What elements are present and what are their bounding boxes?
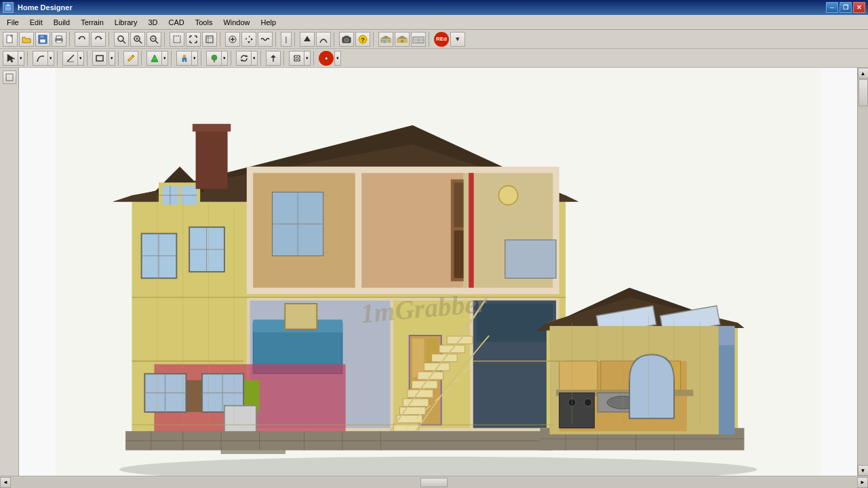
svg-rect-9 [56, 41, 62, 43]
h-scroll-thumb[interactable] [420, 478, 448, 487]
scroll-track[interactable] [858, 79, 869, 465]
separator-5 [275, 32, 278, 47]
restore-button[interactable]: ❐ [840, 2, 852, 13]
menu-build[interactable]: Build [48, 17, 75, 28]
minimize-button[interactable]: ─ [826, 2, 838, 13]
color-tool-button[interactable] [146, 51, 161, 66]
window-controls: ─ ❐ ✕ [826, 2, 865, 13]
menu-edit[interactable]: Edit [24, 17, 48, 28]
camera-button[interactable] [339, 32, 354, 47]
svg-rect-92 [469, 173, 474, 287]
shape-tool-dropdown-arrow[interactable]: ▾ [108, 51, 115, 66]
pencil-tool-button[interactable] [123, 51, 138, 66]
save-button[interactable] [35, 32, 50, 47]
separator-1 [69, 32, 72, 47]
svg-marker-45 [7, 54, 15, 62]
red-dropdown[interactable]: ▾ [450, 32, 465, 47]
repeat-tool-button[interactable] [289, 51, 304, 66]
shape-tool-button[interactable] [92, 51, 107, 66]
person-tool-dropdown-arrow[interactable]: ▾ [191, 51, 198, 66]
color-tool-dropdown-arrow[interactable]: ▾ [161, 51, 168, 66]
curve-tool-dropdown-arrow[interactable]: ▾ [47, 51, 54, 66]
menu-tools[interactable]: Tools [190, 17, 218, 28]
menu-window[interactable]: Window [218, 17, 255, 28]
view-plan-button[interactable] [411, 32, 426, 47]
scroll-thumb[interactable] [859, 79, 868, 106]
help-button[interactable]: ? [355, 32, 370, 47]
redo-button[interactable] [91, 32, 106, 47]
search-button[interactable] [114, 32, 129, 47]
pipe-button[interactable]: | [281, 32, 292, 47]
menu-help[interactable]: Help [256, 17, 282, 28]
open-button[interactable] [19, 32, 34, 47]
print-button[interactable] [52, 32, 66, 47]
plant-tool-dropdown: ▾ [206, 51, 228, 66]
red-record-button[interactable]: REd [434, 32, 449, 47]
svg-rect-101 [412, 339, 424, 377]
menu-file[interactable]: File [1, 17, 24, 28]
svg-rect-38 [389, 39, 391, 41]
red-dot-dropdown-arrow[interactable]: ▾ [334, 51, 341, 66]
plant-tool-dropdown-arrow[interactable]: ▾ [221, 51, 228, 66]
svg-line-19 [155, 41, 158, 43]
svg-rect-161 [559, 361, 597, 393]
left-tool-1[interactable] [3, 70, 16, 84]
menu-cad[interactable]: CAD [163, 17, 189, 28]
svg-point-169 [584, 399, 591, 406]
rotate-tool-button[interactable] [236, 51, 251, 66]
main-area: 1mGrabber ▲ ▼ [0, 68, 868, 476]
move-button[interactable] [241, 32, 256, 47]
sep2-1 [27, 51, 30, 66]
wave-button[interactable] [258, 32, 273, 47]
zoom-out-button[interactable] [146, 32, 161, 47]
scroll-up-button[interactable]: ▲ [858, 68, 869, 79]
select-rect-button[interactable] [170, 32, 184, 47]
new-button[interactable] [3, 32, 18, 47]
scroll-down-button[interactable]: ▼ [858, 465, 869, 476]
svg-line-13 [123, 41, 125, 43]
color-tool-dropdown: ▾ [146, 51, 168, 66]
svg-rect-8 [56, 36, 62, 39]
svg-rect-60 [6, 74, 13, 81]
svg-point-91 [498, 186, 517, 205]
red-dot-button[interactable]: ● [319, 51, 334, 66]
sep2-6 [171, 51, 174, 66]
sep2-8 [231, 51, 233, 66]
curve-tool-button[interactable] [33, 51, 47, 66]
h-scroll-track[interactable] [11, 477, 857, 488]
plant-tool-button[interactable] [206, 51, 221, 66]
menu-library[interactable]: Library [109, 17, 143, 28]
fullscreen-button[interactable] [186, 32, 201, 47]
view-back-button[interactable] [395, 32, 410, 47]
curve-up-button[interactable] [316, 32, 331, 47]
zoom-in-button[interactable] [130, 32, 145, 47]
svg-rect-5 [40, 35, 44, 38]
scroll-right-button[interactable]: ► [857, 477, 868, 488]
scroll-left-button[interactable]: ◄ [0, 477, 11, 488]
fit-button[interactable] [202, 32, 217, 47]
close-button[interactable]: ✕ [853, 2, 865, 13]
menu-3d[interactable]: 3D [142, 17, 163, 28]
repeat-tool-dropdown-arrow[interactable]: ▾ [304, 51, 311, 66]
svg-rect-113 [403, 399, 429, 406]
svg-marker-3 [11, 35, 12, 37]
rotate-tool-dropdown-arrow[interactable]: ▾ [251, 51, 258, 66]
svg-rect-6 [40, 39, 45, 43]
up2-button[interactable] [266, 51, 281, 66]
sep2-10 [283, 51, 286, 66]
sep2-9 [260, 51, 263, 66]
view-front-button[interactable] [378, 32, 393, 47]
red-dot-group: REd ▾ [434, 32, 465, 47]
select-tool-button[interactable] [3, 51, 18, 66]
select-tool-dropdown-arrow[interactable]: ▾ [18, 51, 24, 66]
undo-button[interactable] [75, 32, 90, 47]
line-tool-button[interactable] [62, 51, 77, 66]
menu-terrain[interactable]: Terrain [75, 17, 109, 28]
add-button[interactable] [225, 32, 240, 47]
up-arrow-button[interactable] [300, 32, 315, 47]
separator-3 [164, 32, 167, 47]
person-tool-button[interactable] [176, 51, 191, 66]
left-panel [0, 68, 19, 476]
curve-tool-dropdown: ▾ [33, 51, 54, 66]
line-tool-dropdown-arrow[interactable]: ▾ [77, 51, 84, 66]
